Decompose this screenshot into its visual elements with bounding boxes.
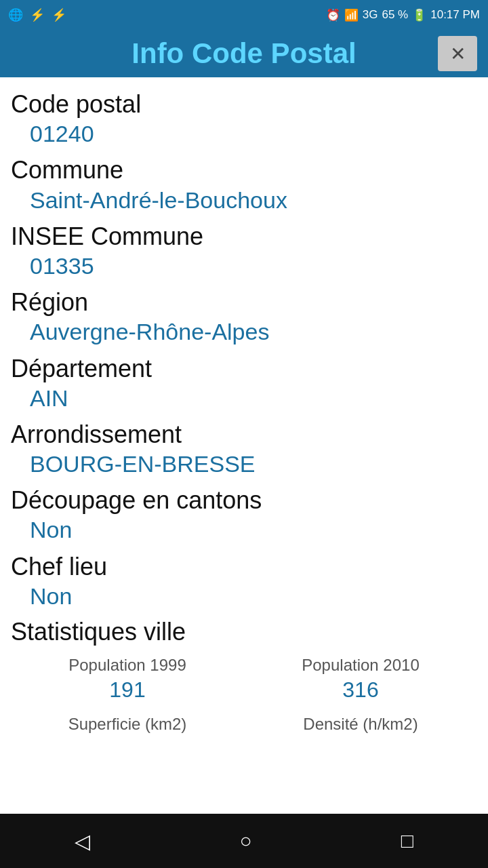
field-commune: Commune Saint-André-le-Bouchoux: [11, 155, 477, 214]
field-decoupage: Découpage en cantons Non: [11, 486, 477, 545]
field-region: Région Auvergne-Rhône-Alpes: [11, 288, 477, 347]
stat-label-population-1999: Population 1999: [68, 656, 186, 675]
stats-section: Statistiques ville Population 1999 191 P…: [11, 618, 477, 738]
stat-superficie: Superficie (km2): [11, 707, 244, 738]
usb-icon: ⚡: [30, 7, 45, 22]
field-departement: Département AIN: [11, 354, 477, 413]
recent-button[interactable]: □: [381, 823, 434, 859]
field-insee: INSEE Commune 01335: [11, 222, 477, 281]
stats-title: Statistiques ville: [11, 618, 477, 646]
stats-grid: Population 1999 191 Population 2010 316 …: [11, 652, 477, 738]
label-insee: INSEE Commune: [11, 222, 477, 251]
stat-value-population-2010: 316: [342, 677, 378, 703]
alarm-icon: ⏰: [326, 8, 340, 22]
label-arrondissement: Arrondissement: [11, 420, 477, 449]
value-insee: 01335: [30, 251, 477, 281]
battery-icon: 🔋: [412, 8, 426, 22]
stat-population-1999: Population 1999 191: [11, 652, 244, 707]
value-decoupage: Non: [30, 515, 477, 545]
value-departement: AIN: [30, 383, 477, 413]
status-right: ⏰ 📶 3G 65 % 🔋 10:17 PM: [326, 8, 480, 22]
label-chef-lieu: Chef lieu: [11, 552, 477, 581]
time: 10:17 PM: [430, 8, 480, 22]
header: Info Code Postal ✕: [0, 30, 488, 77]
nav-bar: ◁ ○ □: [0, 814, 488, 868]
field-code-postal: Code postal 01240: [11, 90, 477, 149]
stat-label-population-2010: Population 2010: [302, 656, 419, 675]
label-departement: Département: [11, 354, 477, 383]
value-arrondissement: BOURG-EN-BRESSE: [30, 449, 477, 479]
stat-value-population-1999: 191: [109, 677, 145, 703]
field-chef-lieu: Chef lieu Non: [11, 552, 477, 611]
battery-text: 65 %: [382, 8, 408, 22]
page-title: Info Code Postal: [50, 37, 438, 70]
status-left-icons: 🌐 ⚡ ⚡: [8, 7, 66, 22]
globe-icon: 🌐: [8, 7, 23, 22]
signal-icon: 3G: [363, 8, 378, 22]
status-bar: 🌐 ⚡ ⚡ ⏰ 📶 3G 65 % 🔋 10:17 PM: [0, 0, 488, 30]
value-chef-lieu: Non: [30, 581, 477, 611]
wifi-icon: 📶: [344, 8, 359, 22]
label-decoupage: Découpage en cantons: [11, 486, 477, 515]
stat-label-superficie: Superficie (km2): [68, 715, 187, 734]
stat-densite: Densité (h/km2): [244, 707, 477, 738]
label-code-postal: Code postal: [11, 90, 477, 119]
label-region: Région: [11, 288, 477, 317]
value-region: Auvergne-Rhône-Alpes: [30, 317, 477, 347]
value-code-postal: 01240: [30, 119, 477, 149]
back-button[interactable]: ◁: [54, 823, 110, 860]
content-area: Code postal 01240 Commune Saint-André-le…: [0, 77, 488, 814]
value-commune: Saint-André-le-Bouchoux: [30, 185, 477, 215]
stat-population-2010: Population 2010 316: [244, 652, 477, 707]
close-button[interactable]: ✕: [438, 36, 477, 71]
field-arrondissement: Arrondissement BOURG-EN-BRESSE: [11, 420, 477, 479]
label-commune: Commune: [11, 155, 477, 184]
stat-label-densite: Densité (h/km2): [303, 715, 418, 734]
home-button[interactable]: ○: [219, 823, 272, 859]
usb2-icon: ⚡: [52, 7, 66, 22]
